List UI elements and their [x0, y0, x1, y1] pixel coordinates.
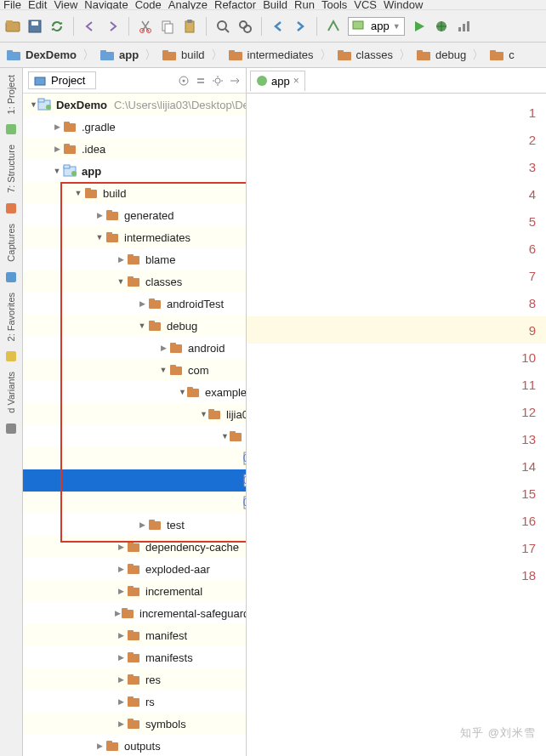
sync-icon[interactable]	[49, 19, 65, 34]
line-number[interactable]: 16	[247, 507, 546, 534]
tool-window-dvariants[interactable]: d Variants	[6, 368, 16, 417]
crumb-classes[interactable]: classes	[331, 43, 400, 67]
expand-toggle[interactable]	[136, 520, 148, 529]
menu-vcs[interactable]: VCS	[354, 0, 377, 10]
menu-window[interactable]: Window	[384, 0, 423, 10]
tree-res[interactable]: res	[23, 668, 246, 691]
debug-icon[interactable]	[434, 19, 449, 34]
tree-generated[interactable]: generated	[23, 204, 246, 226]
line-number[interactable]: 7	[247, 262, 546, 289]
run-icon[interactable]	[412, 19, 427, 34]
forward-icon[interactable]	[293, 19, 308, 34]
line-number[interactable]: 12	[247, 398, 546, 425]
line-number[interactable]: 4	[247, 180, 546, 207]
tree-debug[interactable]: debug	[23, 315, 246, 337]
line-number[interactable]: 2	[247, 126, 546, 153]
tree-exploded-aar[interactable]: exploded-aar	[23, 558, 246, 580]
project-tree[interactable]: DexDemoC:\Users\lijia03\Desktop\DexDemo.…	[23, 94, 246, 756]
expand-toggle[interactable]	[94, 233, 105, 242]
crumb-c[interactable]: c	[483, 43, 521, 67]
tree--gradle[interactable]: .gradle	[23, 116, 246, 138]
tool-window-favorites[interactable]: 2: Favorites	[6, 289, 16, 344]
expand-toggle[interactable]	[72, 189, 84, 197]
tree-lijia03[interactable]: lijia03	[23, 403, 246, 425]
tree-symbols[interactable]: symbols	[23, 713, 246, 735]
menu-file[interactable]: File	[3, 0, 21, 10]
redo-icon[interactable]	[105, 19, 120, 34]
expand-toggle[interactable]	[115, 653, 127, 662]
expand-toggle[interactable]	[115, 587, 127, 595]
crumb-intermediates[interactable]: intermediates	[222, 43, 321, 67]
tree-r-class[interactable]: 01R.class	[23, 492, 246, 514]
tree-dexdemo[interactable]: DexDemoC:\Users\lijia03\Desktop\DexDemo	[23, 94, 246, 116]
expand-toggle[interactable]	[51, 145, 63, 153]
line-number[interactable]: 10	[247, 344, 546, 371]
expand-toggle[interactable]	[115, 543, 127, 551]
expand-toggle[interactable]	[94, 742, 105, 750]
tree-classes[interactable]: classes	[23, 270, 246, 293]
crumb-app[interactable]: app	[94, 43, 145, 67]
expand-toggle[interactable]	[51, 167, 63, 175]
expand-toggle[interactable]	[30, 100, 37, 109]
gear-icon[interactable]	[212, 75, 224, 87]
tree--idea[interactable]: .idea	[23, 138, 246, 160]
menu-refactor[interactable]: Refactor	[214, 0, 256, 10]
line-number[interactable]: 1	[247, 99, 546, 126]
tree-androidtest[interactable]: androidTest	[23, 293, 246, 315]
menu-code[interactable]: Code	[135, 0, 162, 10]
tree-dependency-cache[interactable]: dependency-cache	[23, 536, 246, 558]
tool-window-structure[interactable]: 7: Structure	[6, 141, 16, 196]
undo-icon[interactable]	[82, 19, 98, 34]
expand-toggle[interactable]	[115, 277, 127, 286]
expand-toggle[interactable]	[115, 697, 127, 706]
tree-dexdemo[interactable]: dexdemo	[23, 425, 246, 447]
tree-manifest[interactable]: manifest	[23, 624, 246, 646]
tool-window-captures[interactable]: Captures	[6, 220, 16, 265]
editor-tab[interactable]: app ×	[250, 71, 305, 91]
collapse-icon[interactable]	[195, 75, 207, 87]
make-icon[interactable]	[326, 19, 341, 34]
paste-icon[interactable]	[182, 19, 197, 34]
expand-toggle[interactable]	[200, 410, 208, 418]
find-usages-icon[interactable]	[237, 19, 253, 34]
crumb-debug[interactable]: debug	[410, 43, 473, 67]
expand-toggle[interactable]	[221, 432, 229, 441]
tree-rs[interactable]: rs	[23, 691, 246, 713]
cut-icon[interactable]	[138, 19, 153, 34]
expand-toggle[interactable]	[136, 321, 148, 330]
tree-manifests[interactable]: manifests	[23, 646, 246, 668]
expand-toggle[interactable]	[115, 675, 127, 684]
expand-toggle[interactable]	[94, 211, 105, 219]
tool-window-project[interactable]: 1: Project	[6, 71, 16, 117]
tree-incremental[interactable]: incremental	[23, 580, 246, 602]
menu-edit[interactable]: Edit	[28, 0, 47, 10]
menu-build[interactable]: Build	[263, 0, 287, 10]
expand-toggle[interactable]	[115, 719, 127, 728]
menu-run[interactable]: Run	[294, 0, 315, 10]
tree-android[interactable]: android	[23, 337, 246, 359]
save-icon[interactable]	[27, 19, 43, 34]
expand-toggle[interactable]	[136, 299, 148, 308]
line-number[interactable]: 6	[247, 235, 546, 262]
expand-toggle[interactable]	[157, 344, 169, 352]
tree-app[interactable]: app	[23, 160, 246, 182]
line-number[interactable]: 8	[247, 289, 546, 316]
target-icon[interactable]	[178, 75, 190, 87]
expand-toggle[interactable]	[115, 631, 127, 639]
tree-com[interactable]: com	[23, 359, 246, 381]
line-number[interactable]: 13	[247, 425, 546, 452]
editor-gutter[interactable]: 123456789101112131415161718	[247, 94, 546, 756]
tree-blame[interactable]: blame	[23, 248, 246, 270]
tree-outputs[interactable]: outputs	[23, 735, 246, 756]
expand-toggle[interactable]	[115, 255, 127, 264]
open-icon[interactable]	[5, 19, 20, 34]
tree-mainactivity-class[interactable]: 01MainActivity.class	[23, 469, 246, 492]
hide-icon[interactable]	[229, 75, 241, 87]
menu-view[interactable]: View	[54, 0, 77, 10]
line-number[interactable]: 14	[247, 452, 546, 480]
project-view-dropdown[interactable]: Project	[28, 71, 96, 89]
expand-toggle[interactable]	[51, 122, 63, 131]
tree-example[interactable]: example	[23, 381, 246, 403]
crumb-dexdemo[interactable]: DexDemo	[0, 43, 83, 67]
line-number[interactable]: 18	[247, 561, 546, 588]
